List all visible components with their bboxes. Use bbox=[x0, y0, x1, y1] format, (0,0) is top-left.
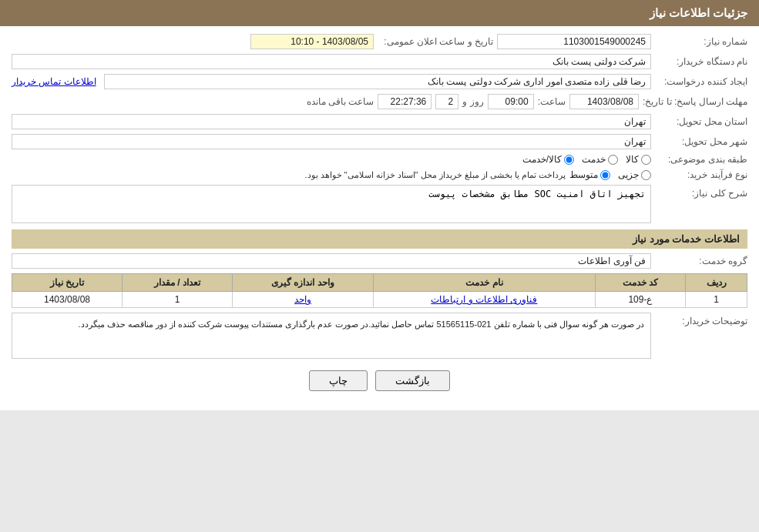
tarikh-elan-value: 1403/08/05 - 10:10 bbox=[250, 34, 374, 49]
radio-kala[interactable]: کالا bbox=[626, 154, 651, 165]
mohlat-saat-label: ساعت: bbox=[538, 96, 566, 107]
cell-name[interactable]: فناوری اطلاعات و ارتباطات bbox=[374, 292, 596, 308]
radio-khedmat-input[interactable] bbox=[608, 155, 618, 165]
back-button[interactable]: بازگشت bbox=[375, 370, 450, 391]
radio-motevaset-label: متوسط bbox=[569, 169, 598, 180]
now-farayand-label: نوع فرآیند خرید: bbox=[655, 169, 747, 180]
col-code-khedmat: کد خدمت bbox=[595, 274, 686, 292]
mohlat-date-value: 1403/08/08 bbox=[569, 94, 639, 109]
col-name-khedmat: نام خدمت bbox=[374, 274, 596, 292]
radio-kala-khedmat-label: کالا/خدمت bbox=[522, 154, 562, 165]
row-shomare-tarikh: شماره نیاز: 1103001549000245 تاریخ و ساع… bbox=[12, 34, 747, 49]
radio-kala-input[interactable] bbox=[641, 155, 651, 165]
tabaghebandi-label: طبقه بندی موضوعی: bbox=[655, 154, 747, 165]
shahr-label: شهر محل تحویل: bbox=[655, 136, 747, 147]
service-section-header: اطلاعات خدمات مورد نیاز bbox=[12, 229, 747, 249]
tabaghebandi-radio-group: کالا خدمت کالا/خدمت bbox=[522, 154, 651, 165]
row-tabaghebandi: طبقه بندی موضوعی: کالا خدمت کالا/خدمت bbox=[12, 154, 747, 165]
radio-motevaset-input[interactable] bbox=[600, 170, 610, 180]
radio-khedmat[interactable]: خدمت bbox=[582, 154, 618, 165]
print-button[interactable]: چاپ bbox=[309, 370, 368, 391]
radio-motevaset[interactable]: متوسط bbox=[569, 169, 610, 180]
row-tosih: توضیحات خریدار: در صورت هر گونه سوال فنی… bbox=[12, 313, 747, 359]
radio-kala-khedmat[interactable]: کالا/خدمت bbox=[522, 154, 574, 165]
col-tedad: تعداد / مقدار bbox=[123, 274, 233, 292]
tarikh-elan-label: تاریخ و ساعت اعلان عمومی: bbox=[378, 36, 493, 47]
service-table: ردیف کد خدمت نام خدمت واحد اندازه گیری ت… bbox=[12, 273, 747, 308]
now-radio-group: جزیی متوسط bbox=[569, 169, 651, 180]
row-grohe-khedmat: گروه خدمت: فن آوری اطلاعات bbox=[12, 253, 747, 269]
table-row: 1 ع-109 فناوری اطلاعات و ارتباطات واحد 1… bbox=[12, 292, 747, 308]
mohlat-saat-mande-label: ساعت باقی مانده bbox=[307, 96, 374, 107]
now-farayand-note: پرداخت تمام یا بخشی از مبلغ خریداز محل "… bbox=[12, 170, 566, 180]
sharh-koli-textarea[interactable] bbox=[12, 185, 651, 223]
radio-jozii[interactable]: جزیی bbox=[618, 169, 651, 180]
mohlat-rooz-value: 2 bbox=[435, 94, 458, 109]
mohlat-rooz-label: روز و bbox=[462, 96, 483, 107]
mohlat-ersal-label: مهلت ارسال پاسخ: تا تاریخ: bbox=[643, 96, 747, 107]
ejad-konande-value: رضا قلی زاده متصدی امور اداری شرکت دولتی… bbox=[104, 74, 651, 89]
col-tarikh-niaz: تاریخ نیاز bbox=[12, 274, 123, 292]
etelaat-tamas-link[interactable]: اطلاعات تماس خریدار bbox=[12, 76, 96, 87]
cell-tarikh: 1403/08/08 bbox=[12, 292, 123, 308]
row-nam-dastgah: نام دستگاه خریدار: شرکت دولتی پست بانک bbox=[12, 54, 747, 69]
cell-vahed[interactable]: واحد bbox=[232, 292, 373, 308]
cell-code: ع-109 bbox=[595, 292, 686, 308]
row-ostan: استان محل تحویل: تهران bbox=[12, 114, 747, 129]
page-header: جزئیات اطلاعات نیاز bbox=[0, 0, 759, 26]
ejad-konande-label: ایجاد کننده درخواست: bbox=[655, 76, 747, 87]
row-mohlat: مهلت ارسال پاسخ: تا تاریخ: 1403/08/08 سا… bbox=[12, 94, 747, 109]
nam-dastgah-value: شرکت دولتی پست بانک bbox=[12, 54, 651, 69]
page-title: جزئیات اطلاعات نیاز bbox=[650, 6, 747, 19]
row-sharh-koli: شرح کلی نیاز: bbox=[12, 185, 747, 223]
row-ejad-konande: ایجاد کننده درخواست: رضا قلی زاده متصدی … bbox=[12, 74, 747, 89]
shomare-niaz-label: شماره نیاز: bbox=[655, 36, 747, 47]
radio-jozii-input[interactable] bbox=[641, 170, 651, 180]
row-shahr: شهر محل تحویل: تهران bbox=[12, 134, 747, 149]
button-row: بازگشت چاپ bbox=[12, 370, 747, 391]
tosih-label: توضیحات خریدار: bbox=[655, 316, 747, 326]
mohlat-countdown: 22:27:36 bbox=[378, 94, 432, 109]
mohlat-saat-value: 09:00 bbox=[488, 94, 534, 109]
radio-jozii-label: جزیی bbox=[618, 169, 639, 180]
grohe-khedmat-value: فن آوری اطلاعات bbox=[12, 253, 651, 269]
tosih-value: در صورت هر گونه سوال فنی با شماره تلفن 0… bbox=[12, 313, 651, 359]
radio-kala-label: کالا bbox=[626, 154, 639, 165]
radio-kala-khedmat-input[interactable] bbox=[564, 155, 574, 165]
cell-radif: 1 bbox=[686, 292, 747, 308]
sharh-koli-label: شرح کلی نیاز: bbox=[655, 188, 747, 199]
col-vahed-andaze: واحد اندازه گیری bbox=[232, 274, 373, 292]
shomare-niaz-value: 1103001549000245 bbox=[497, 34, 651, 49]
shahr-value: تهران bbox=[12, 134, 651, 149]
col-radif: ردیف bbox=[686, 274, 747, 292]
ostan-label: استان محل تحویل: bbox=[655, 116, 747, 127]
row-now-farayand: نوع فرآیند خرید: جزیی متوسط پرداخت تمام … bbox=[12, 169, 747, 180]
cell-tedad: 1 bbox=[123, 292, 233, 308]
grohe-khedmat-label: گروه خدمت: bbox=[655, 256, 747, 266]
nam-dastgah-label: نام دستگاه خریدار: bbox=[655, 56, 747, 67]
ostan-value: تهران bbox=[12, 114, 651, 129]
radio-khedmat-label: خدمت bbox=[582, 154, 606, 165]
